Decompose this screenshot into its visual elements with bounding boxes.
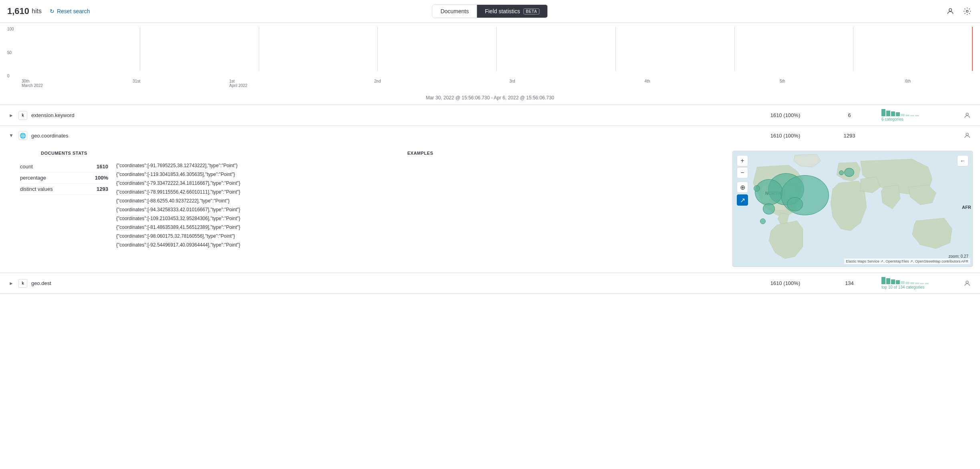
- reset-search-button[interactable]: ↻ Reset search: [50, 8, 90, 14]
- expand-icon-geo[interactable]: ▼: [7, 131, 15, 139]
- settings-icon-button[interactable]: [962, 6, 973, 17]
- hits-count: 1,610: [7, 6, 29, 16]
- x-label-4th: 4th: [645, 79, 650, 83]
- field-row-header-extension[interactable]: ► k extension.keyword 1610 (100%) 6 6 ca…: [0, 105, 980, 125]
- field-name-dest: geo.dest: [31, 280, 753, 286]
- mini-bar: [910, 115, 914, 116]
- field-name-geo: geo.coordinates: [31, 133, 753, 139]
- x-label-2nd: 2nd: [374, 79, 381, 83]
- separator-line: [496, 27, 497, 71]
- mini-bar: [905, 282, 909, 284]
- separator-line: [853, 27, 853, 71]
- example-item-9: {"coordinates":[-92.54496917,40.09364444…: [116, 241, 724, 249]
- x-label-1st: 1stApril 2022: [229, 79, 247, 88]
- field-row-geo-dest: ► k geo.dest 1610 (100%) 134 top 10 of 1…: [0, 273, 980, 294]
- tab-field-stats-label: Field statistics: [485, 8, 520, 14]
- example-item-3: {"coordinates":[-78.99115556,42.66010111…: [116, 188, 724, 196]
- svg-point-7: [966, 281, 968, 283]
- categories-label-dest: top 10 of 134 categories: [881, 285, 924, 289]
- mini-bars-dest: [881, 277, 929, 284]
- examples-title: EXAMPLES: [116, 151, 724, 156]
- tab-documents[interactable]: Documents: [432, 5, 477, 18]
- map-locate-button[interactable]: ⊕: [737, 182, 748, 193]
- x-label-30th: 30thMarch 2022: [22, 79, 43, 88]
- svg-text:AFR: AFR: [962, 205, 971, 210]
- separator-line: [140, 27, 140, 71]
- field-count-extension: 1610 (100%): [753, 112, 817, 118]
- expand-icon-dest[interactable]: ►: [7, 279, 15, 287]
- geo-cluster-dot-2: [760, 218, 766, 224]
- map-collapse-button[interactable]: ←: [957, 155, 968, 166]
- stat-row-distinct: distinct values 1293: [20, 184, 108, 195]
- field-visual-dest: top 10 of 134 categories: [881, 277, 962, 289]
- y-label-100: 100: [7, 27, 14, 31]
- field-distinct-extension: 6: [817, 112, 881, 118]
- mini-bar: [901, 114, 905, 116]
- map-zoom-out-button[interactable]: −: [737, 167, 748, 178]
- map-zoom-in-button[interactable]: +: [737, 155, 748, 166]
- x-label-31st: 31st: [133, 79, 140, 83]
- map-expand-button[interactable]: ↗: [737, 194, 748, 206]
- field-row-header-geo[interactable]: ▼ 🌐 geo.coordinates 1610 (100%) 1293: [0, 126, 980, 145]
- field-distinct-dest: 134: [817, 280, 881, 286]
- stat-label-count: count: [20, 164, 33, 170]
- stat-value-percentage: 100%: [95, 175, 108, 181]
- field-action-icon-dest[interactable]: [962, 278, 973, 289]
- geo-cluster-usa-center: [781, 175, 829, 215]
- field-row-header-dest[interactable]: ► k geo.dest 1610 (100%) 134 top 10 of 1…: [0, 273, 980, 293]
- reset-icon: ↻: [50, 8, 54, 14]
- example-item-2: {"coordinates":[-79.33472222,34.18116667…: [116, 179, 724, 188]
- geo-cluster-dot-eu: [839, 170, 844, 175]
- separator-line: [377, 27, 378, 71]
- field-row-geo-coordinates: ▼ 🌐 geo.coordinates 1610 (100%) 1293 DOC…: [0, 126, 980, 273]
- y-label-50: 50: [7, 51, 14, 55]
- expand-icon-extension[interactable]: ►: [7, 111, 15, 119]
- field-distinct-geo: 1293: [817, 133, 881, 139]
- tab-field-statistics[interactable]: Field statistics BETA: [477, 5, 547, 18]
- histogram-chart[interactable]: 100 50 0: [7, 27, 973, 79]
- field-type-icon-geo: 🌐: [18, 131, 27, 140]
- reset-label: Reset search: [57, 8, 90, 14]
- example-item-4: {"coordinates":[-88.6255,40.92372222],"t…: [116, 196, 724, 205]
- field-type-icon-extension: k: [18, 111, 27, 120]
- example-item-6: {"coordinates":[-109.2103453,32.95284306…: [116, 214, 724, 223]
- mini-bar: [925, 283, 929, 284]
- field-visual-extension: 6 categories: [881, 109, 962, 121]
- field-detail-geo: DOCUMENTS STATS count 1610 percentage 10…: [0, 145, 980, 273]
- x-label-5th: 5th: [780, 79, 785, 83]
- map-section: NORTH AFR + − ⊕: [732, 151, 973, 267]
- map-controls: + − ⊕ ↗: [737, 155, 748, 206]
- field-action-icon-geo[interactable]: [962, 130, 973, 141]
- user-icon-button[interactable]: [945, 6, 956, 17]
- field-count-geo: 1610 (100%): [753, 133, 817, 139]
- stat-label-percentage: percentage: [20, 175, 46, 181]
- stat-row-count: count 1610: [20, 161, 108, 172]
- field-row-extension-keyword: ► k extension.keyword 1610 (100%) 6 6 ca…: [0, 105, 980, 126]
- mini-bar: [896, 280, 900, 284]
- doc-stats-title: DOCUMENTS STATS: [20, 151, 108, 156]
- geo-cluster-dot-1: [754, 185, 760, 192]
- geo-cluster-usa-west: [755, 179, 783, 205]
- mini-bar: [886, 111, 890, 116]
- svg-point-2: [966, 113, 968, 115]
- example-item-7: {"coordinates":[-81.48635389,41.56512389…: [116, 223, 724, 232]
- example-item-8: {"coordinates":[-98.060175,32.78160556],…: [116, 232, 724, 241]
- geo-cluster-southeast: [787, 197, 803, 211]
- svg-point-3: [966, 133, 968, 135]
- field-count-dest: 1610 (100%): [753, 280, 817, 286]
- separator-line: [259, 27, 259, 71]
- field-action-icon-extension[interactable]: [962, 110, 973, 121]
- top-icons: [945, 6, 973, 17]
- x-label-6th: 6th: [905, 79, 911, 83]
- example-item-1: {"coordinates":[-119.3041853,46.305635],…: [116, 170, 724, 179]
- mini-bar: [881, 277, 885, 284]
- map-zoom-label: zoom: 0.27: [949, 254, 968, 259]
- current-time-line: [972, 27, 973, 71]
- x-axis-row: 30thMarch 2022 31st 1stApril 2022 2nd 3r…: [7, 79, 973, 93]
- mini-bar: [905, 115, 909, 116]
- separator-line: [734, 27, 735, 71]
- svg-point-0: [949, 8, 952, 11]
- map-attribution: Elastic Maps Service ↗, OpenMapTiles ↗, …: [844, 259, 970, 264]
- mini-bar: [910, 282, 914, 284]
- y-axis-labels: 100 50 0: [7, 27, 14, 79]
